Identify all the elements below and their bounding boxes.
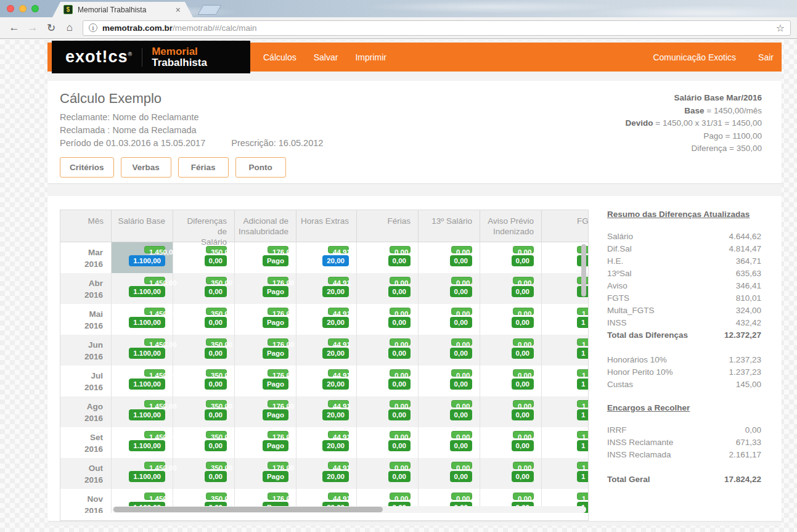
pago-badge[interactable]: 1.100,00 bbox=[129, 286, 165, 297]
devido-badge[interactable]: 1.450,00 bbox=[144, 277, 165, 284]
value-cell[interactable]: 350,000,00 bbox=[173, 396, 235, 427]
pago-badge[interactable]: 0,00 bbox=[205, 255, 227, 266]
devido-badge[interactable]: 0,00 bbox=[451, 462, 472, 469]
value-cell[interactable]: 1.450,001.100,00 bbox=[112, 396, 173, 427]
value-cell[interactable]: 176,00Pago bbox=[235, 242, 296, 273]
browser-tab[interactable]: $ Memorial Trabalhista × bbox=[52, 2, 193, 17]
devido-badge[interactable]: 44,91 bbox=[328, 308, 349, 315]
devido-badge[interactable]: 0,00 bbox=[451, 400, 472, 407]
pago-badge[interactable]: Pago bbox=[263, 379, 288, 390]
pago-badge[interactable]: 0,00 bbox=[512, 255, 534, 266]
value-cell[interactable]: 11 bbox=[542, 335, 589, 366]
devido-badge[interactable]: 350,00 bbox=[206, 277, 227, 284]
value-cell[interactable]: 176,00Pago bbox=[235, 273, 296, 304]
devido-badge[interactable]: 0,00 bbox=[451, 338, 472, 346]
pago-badge[interactable]: 1 bbox=[577, 409, 589, 420]
value-cell[interactable]: 350,000,00 bbox=[173, 427, 235, 458]
value-cell[interactable]: 176,00Pago bbox=[235, 396, 296, 427]
devido-badge[interactable]: 0,00 bbox=[390, 308, 411, 315]
pago-badge[interactable]: 0,00 bbox=[450, 440, 472, 451]
devido-badge[interactable]: 0,00 bbox=[390, 369, 411, 377]
pago-badge[interactable]: 1.100,00 bbox=[129, 255, 165, 266]
devido-badge[interactable]: 44,91 bbox=[328, 400, 349, 407]
pago-badge[interactable]: 0,00 bbox=[205, 317, 227, 328]
pago-badge[interactable]: 1.100,00 bbox=[129, 379, 165, 390]
minimize-window-button[interactable] bbox=[19, 5, 27, 12]
devido-badge[interactable]: 0,00 bbox=[513, 277, 534, 284]
ponto-button[interactable]: Ponto bbox=[235, 157, 286, 178]
value-cell[interactable]: 0,000,00 bbox=[480, 335, 542, 366]
value-cell[interactable]: 176,00Pago bbox=[235, 427, 296, 458]
pago-badge[interactable]: 0,00 bbox=[205, 440, 227, 451]
pago-badge[interactable]: 0,00 bbox=[388, 317, 411, 328]
home-icon[interactable]: ⌂ bbox=[62, 22, 78, 34]
nav-item-calculos[interactable]: Cálculos bbox=[263, 52, 296, 62]
pago-badge[interactable]: 0,00 bbox=[388, 471, 411, 482]
devido-badge[interactable]: 0,00 bbox=[513, 462, 534, 469]
pago-badge[interactable]: 0,00 bbox=[388, 255, 411, 266]
devido-badge[interactable]: 350,00 bbox=[206, 338, 227, 346]
pago-badge[interactable]: 20,00 bbox=[322, 348, 349, 359]
value-cell[interactable]: 176,00Pago bbox=[235, 458, 296, 489]
pago-badge[interactable]: Pago bbox=[263, 440, 288, 451]
value-cell[interactable]: 0,000,00 bbox=[357, 273, 419, 304]
value-cell[interactable]: 44,9120,00 bbox=[296, 335, 357, 366]
pago-badge[interactable]: 1.100,00 bbox=[129, 440, 165, 451]
value-cell[interactable]: 44,9120,00 bbox=[296, 304, 357, 335]
nav-item-imprimir[interactable]: Imprimir bbox=[355, 52, 386, 62]
value-cell[interactable]: 0,000,00 bbox=[480, 427, 542, 458]
pago-badge[interactable]: 0,00 bbox=[450, 255, 472, 266]
devido-badge[interactable]: 176,00 bbox=[268, 277, 288, 284]
nav-item-sair[interactable]: Sair bbox=[758, 52, 774, 62]
devido-badge[interactable]: 1.450,00 bbox=[144, 431, 165, 438]
value-cell[interactable]: 0,000,00 bbox=[357, 242, 419, 273]
pago-badge[interactable]: 0,00 bbox=[450, 471, 472, 482]
value-cell[interactable]: 176,00Pago bbox=[235, 366, 296, 396]
value-cell[interactable]: 0,000,00 bbox=[357, 304, 419, 335]
pago-badge[interactable]: 0,00 bbox=[512, 317, 534, 328]
reload-icon[interactable]: ↻ bbox=[43, 22, 59, 35]
horizontal-scrollbar-thumb[interactable] bbox=[113, 507, 383, 512]
devido-badge[interactable]: 0,00 bbox=[513, 431, 534, 438]
pago-badge[interactable]: 1 bbox=[577, 471, 589, 482]
nav-item-comunicacao[interactable]: Comunicação Exotics bbox=[653, 52, 736, 62]
value-cell[interactable]: 1.450,001.100,00 bbox=[112, 458, 173, 489]
value-cell[interactable]: 176,00Pago bbox=[235, 335, 296, 366]
pago-badge[interactable]: 20,00 bbox=[322, 317, 349, 328]
devido-badge[interactable]: 176,00 bbox=[268, 246, 288, 253]
value-cell[interactable]: 44,9120,00 bbox=[296, 458, 357, 489]
devido-badge[interactable]: 350,00 bbox=[206, 493, 227, 500]
pago-badge[interactable]: 0,00 bbox=[512, 409, 534, 420]
pago-badge[interactable]: Pago bbox=[263, 471, 288, 482]
devido-badge[interactable]: 176,00 bbox=[268, 400, 288, 407]
devido-badge[interactable]: 1.450,00 bbox=[144, 493, 165, 500]
pago-badge[interactable]: 1.100,00 bbox=[129, 471, 165, 482]
devido-badge[interactable]: 176,00 bbox=[268, 431, 288, 438]
value-cell[interactable]: 0,000,00 bbox=[480, 366, 542, 396]
ferias-button[interactable]: Férias bbox=[178, 157, 229, 178]
devido-badge[interactable]: 0,00 bbox=[451, 308, 472, 315]
value-cell[interactable]: 1.450,001.100,00 bbox=[112, 366, 173, 396]
pago-badge[interactable]: 20,00 bbox=[322, 471, 349, 482]
devido-badge[interactable]: 44,91 bbox=[328, 493, 349, 500]
pago-badge[interactable]: 0,00 bbox=[205, 348, 227, 359]
pago-badge[interactable]: 0,00 bbox=[388, 440, 411, 451]
pago-badge[interactable]: 0,00 bbox=[388, 409, 411, 420]
close-tab-icon[interactable]: × bbox=[174, 6, 182, 14]
pago-badge[interactable]: 1.100,00 bbox=[129, 348, 165, 359]
value-cell[interactable]: 44,9120,00 bbox=[296, 273, 357, 304]
pago-badge[interactable]: 1 bbox=[577, 440, 589, 451]
value-cell[interactable]: 0,000,00 bbox=[357, 427, 419, 458]
devido-badge[interactable]: 0,00 bbox=[451, 277, 472, 284]
devido-badge[interactable]: 176,00 bbox=[268, 338, 288, 346]
verbas-button[interactable]: Verbas bbox=[121, 157, 171, 178]
pago-badge[interactable]: Pago bbox=[263, 255, 288, 266]
pago-badge[interactable]: 0,00 bbox=[205, 409, 227, 420]
horizontal-scrollbar-track[interactable] bbox=[112, 506, 586, 513]
value-cell[interactable]: 0,000,00 bbox=[357, 335, 419, 366]
pago-badge[interactable]: Pago bbox=[263, 409, 288, 420]
nav-item-salvar[interactable]: Salvar bbox=[314, 52, 338, 62]
value-cell[interactable]: 44,9120,00 bbox=[296, 366, 357, 396]
value-cell[interactable]: 0,000,00 bbox=[357, 458, 419, 489]
devido-badge[interactable]: 0,00 bbox=[390, 400, 411, 407]
